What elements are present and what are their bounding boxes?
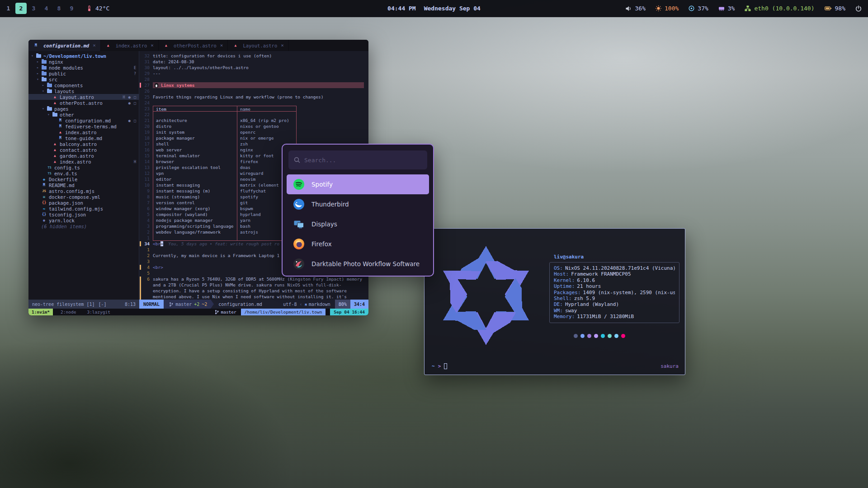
table-header-name: name	[237, 106, 296, 111]
file-encoding: utf-8	[283, 302, 297, 307]
tree-item-tone-guide-md[interactable]: tone-guide.md	[28, 135, 139, 141]
tree-root[interactable]: ~/Development/liv.town	[28, 53, 139, 59]
tree-item-dockerfile[interactable]: Dockerfile	[28, 176, 139, 182]
javascript-icon	[41, 189, 47, 193]
tree-item-otherpost-astro[interactable]: otherPost.astro ● □	[28, 100, 139, 106]
launcher-item-spotify[interactable]: Spotify	[287, 174, 429, 194]
typescript-icon	[47, 172, 52, 175]
tab-layout-astro[interactable]: Layout.astro ×	[228, 40, 288, 51]
tree-item-node-modules[interactable]: node_modules E	[28, 65, 139, 70]
line-number: 30	[139, 65, 153, 70]
tree-item-docker-compose-yml[interactable]: docker-compose.yml	[28, 194, 139, 200]
fetch-row: Packages:1409 (nix-system), 2590 (nix-us…	[554, 290, 675, 296]
buffer-line: 32title: configuration for devices i use…	[139, 53, 368, 59]
tree-item-components[interactable]: components	[28, 82, 139, 88]
workspace-button[interactable]: 1	[3, 3, 14, 14]
tree-item-src[interactable]: src	[28, 76, 139, 82]
launcher-item-label: Spotify	[311, 181, 333, 188]
tmux-window-nvim[interactable]: 1:nvim*	[28, 309, 53, 315]
tab-index-astro[interactable]: index.astro ×	[101, 40, 159, 51]
markdown-icon	[41, 183, 47, 187]
launcher-item-displays[interactable]: Displays	[287, 214, 429, 234]
prompt-char: >	[438, 363, 441, 369]
search-icon	[294, 157, 300, 163]
tree-item-astro-config-mjs[interactable]: astro.config.mjs	[28, 188, 139, 194]
launcher-item-firefox[interactable]: Firefox	[287, 234, 429, 254]
fetch-info: liv@sakura OS:NixOS 24.11.20240828.71e91…	[549, 254, 679, 323]
terminal-cursor	[444, 363, 447, 369]
tmux-window-node[interactable]: 2:node	[57, 309, 79, 315]
folder-icon	[42, 72, 47, 75]
tree-item-readme-md[interactable]: README.md	[28, 182, 139, 188]
tree-item-pages[interactable]: pages	[28, 106, 139, 112]
launcher-search[interactable]	[288, 150, 427, 169]
git-branch-icon	[169, 302, 173, 307]
palette-dot	[580, 334, 585, 338]
disk-stat: 37%	[689, 5, 708, 12]
workspace-button-active[interactable]: 2	[15, 3, 27, 14]
close-icon[interactable]: ×	[220, 42, 223, 48]
tree-item-index-astro-pages[interactable]: index.astro H	[28, 159, 139, 164]
tab-otherpost-astro[interactable]: otherPost.astro ×	[159, 40, 228, 51]
brightness-value: 100%	[665, 5, 679, 12]
folder-open-icon	[42, 78, 47, 81]
workspace-button[interactable]: 4	[41, 3, 52, 14]
tree-item-fediverse-terms-md[interactable]: fediverse-terms.md	[28, 123, 139, 129]
tree-item-garden-astro[interactable]: garden.astro	[28, 153, 139, 159]
tree-item-yarn-lock[interactable]: yarn.lock	[28, 217, 139, 223]
tree-item-env-d-ts[interactable]: env.d.ts	[28, 170, 139, 176]
power-button[interactable]	[855, 5, 862, 12]
tree-item-other[interactable]: other	[28, 112, 139, 117]
fetch-row: Kernel:6.10.6	[554, 277, 675, 283]
launcher-item-darktable[interactable]: Darktable Photo Workflow Software	[287, 254, 429, 274]
tmux-window-lazygit[interactable]: 3:lazygit	[84, 309, 113, 315]
workspace-button[interactable]: 9	[66, 3, 77, 14]
line-number: 34	[139, 241, 153, 247]
penguin-icon	[155, 83, 158, 88]
tree-item-config-ts[interactable]: config.ts	[28, 164, 139, 170]
tree-item-package-json[interactable]: package.json	[28, 200, 139, 206]
workspace-switcher: 1 2 3 4 8 9	[3, 3, 77, 14]
memory-value: 3%	[728, 5, 735, 12]
clock: 04:44 PM Wednesday Sep 04	[387, 5, 481, 12]
line-number: 26	[139, 88, 153, 94]
tree-item-configuration-md[interactable]: configuration.md ● □	[28, 117, 139, 123]
terminal-color-palette	[574, 334, 625, 338]
tree-item-tailwind-config-mjs[interactable]: tailwind.config.mjs	[28, 206, 139, 211]
workspace-button[interactable]: 8	[53, 3, 65, 14]
disk-value: 37%	[698, 5, 708, 12]
desktop: { "topbar": { "workspaces": ["1","2","3"…	[0, 0, 868, 488]
tree-item-balcony-astro[interactable]: balcony.astro	[28, 141, 139, 147]
tree-item-layout-astro[interactable]: Layout.astro H ● □	[28, 94, 139, 100]
tree-item-nginx[interactable]: nginx	[28, 59, 139, 65]
close-icon[interactable]: ×	[281, 42, 284, 48]
tree-item-layouts[interactable]: layouts	[28, 88, 139, 94]
tree-item-contact-astro[interactable]: contact.astro	[28, 147, 139, 153]
status-badge: ● □	[128, 101, 137, 105]
git-added-count: +2	[194, 302, 199, 307]
workspace-button[interactable]: 3	[28, 3, 39, 14]
prompt-path: ~	[432, 363, 435, 369]
tab-configuration-md[interactable]: configuration.md ×	[28, 40, 101, 51]
shell-prompt[interactable]: ~ >	[432, 363, 447, 369]
chevron-down-icon	[31, 54, 36, 58]
filetype-icon	[305, 302, 308, 307]
firefox-icon	[293, 238, 305, 250]
buffer-line: 24	[139, 100, 368, 106]
folder-open-icon	[52, 113, 57, 117]
close-icon[interactable]: ×	[151, 42, 154, 48]
tree-item-index-astro[interactable]: index.astro	[28, 129, 139, 135]
status-bar: 1 2 3 4 8 9 42°C 04:44 PM Wednesday Sep …	[0, 0, 868, 17]
tree-item-public[interactable]: public ?	[28, 70, 139, 76]
close-icon[interactable]: ×	[93, 42, 96, 48]
disk-icon	[689, 5, 694, 11]
thermometer-icon	[86, 5, 92, 11]
line-number: 27	[139, 82, 153, 88]
search-input[interactable]	[304, 157, 422, 164]
launcher-item-thunderbird[interactable]: Thunderbird	[287, 194, 429, 214]
json-icon	[41, 212, 47, 216]
fetch-row: WM:sway	[554, 308, 675, 314]
astro-icon	[57, 130, 63, 134]
tree-item-tsconfig-json[interactable]: tsconfig.json	[28, 211, 139, 217]
buffer-line: 26	[139, 88, 368, 94]
